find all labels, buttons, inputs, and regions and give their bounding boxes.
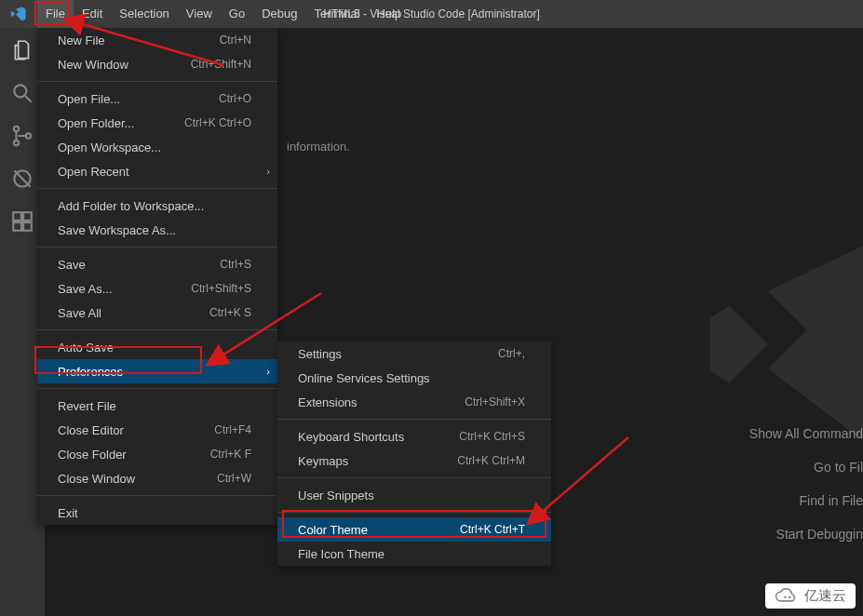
mi-close-editor[interactable]: Close EditorCtrl+F4 xyxy=(37,418,277,442)
mi-open-workspace[interactable]: Open Workspace... xyxy=(37,135,277,159)
shortcut-row: Start Debuggin xyxy=(749,517,863,551)
mi-new-window[interactable]: New WindowCtrl+Shift+N xyxy=(37,52,277,76)
extensions-icon[interactable] xyxy=(9,208,35,234)
mi-revert-file[interactable]: Revert File xyxy=(37,394,277,418)
brand-text: 亿速云 xyxy=(804,587,846,605)
shortcut-row: Go to Fil xyxy=(749,450,863,484)
shortcut-row: Find in File xyxy=(749,484,863,517)
svg-rect-8 xyxy=(23,222,32,231)
menu-view[interactable]: View xyxy=(178,0,221,28)
mi-online-services[interactable]: Online Services Settings xyxy=(277,366,551,390)
mi-user-snippets[interactable]: User Snippets xyxy=(277,483,551,507)
mi-color-theme[interactable]: Color ThemeCtrl+K Ctrl+T xyxy=(277,517,551,542)
mi-close-folder[interactable]: Close FolderCtrl+K F xyxy=(37,442,277,466)
mi-preferences[interactable]: Preferences› xyxy=(37,359,277,383)
preferences-menu-panel: SettingsCtrl+, Online Services Settings … xyxy=(277,341,551,566)
mi-close-window[interactable]: Close WindowCtrl+W xyxy=(37,466,277,490)
svg-point-3 xyxy=(26,133,31,138)
source-control-icon[interactable] xyxy=(9,123,35,149)
mi-settings[interactable]: SettingsCtrl+, xyxy=(277,341,551,366)
title-bar: File Edit Selection View Go Debug Termin… xyxy=(0,0,863,28)
mi-new-file[interactable]: New FileCtrl+N xyxy=(37,28,277,52)
window-title: HTML5 - Visual Studio Code [Administrato… xyxy=(323,7,540,20)
menu-debug[interactable]: Debug xyxy=(253,0,305,28)
menu-file[interactable]: File xyxy=(37,0,74,28)
info-text: information. xyxy=(287,140,350,154)
menu-go[interactable]: Go xyxy=(221,0,253,28)
chevron-right-icon: › xyxy=(266,166,270,177)
mi-open-recent[interactable]: Open Recent› xyxy=(37,159,277,183)
svg-point-13 xyxy=(789,596,790,597)
svg-rect-5 xyxy=(13,212,21,221)
mi-file-icon-theme[interactable]: File Icon Theme xyxy=(277,542,551,566)
mi-open-file[interactable]: Open File...Ctrl+O xyxy=(37,87,277,111)
svg-point-12 xyxy=(784,596,786,597)
cloud-icon xyxy=(775,588,799,605)
svg-point-1 xyxy=(14,127,19,131)
files-icon[interactable] xyxy=(9,37,35,63)
mi-save-workspace-as[interactable]: Save Workspace As... xyxy=(37,218,277,242)
mi-extensions[interactable]: ExtensionsCtrl+Shift+X xyxy=(277,390,551,414)
chevron-right-icon: › xyxy=(266,366,270,377)
welcome-shortcuts: Show All Command Go to Fil Find in File … xyxy=(749,417,863,551)
mi-save-all[interactable]: Save AllCtrl+K S xyxy=(37,301,277,325)
debug-alt-icon[interactable] xyxy=(9,166,35,192)
file-menu-panel: New FileCtrl+N New WindowCtrl+Shift+N Op… xyxy=(37,28,277,525)
mi-keyboard-shortcuts[interactable]: Keyboard ShortcutsCtrl+K Ctrl+S xyxy=(277,424,551,449)
svg-rect-6 xyxy=(23,212,32,221)
mi-keymaps[interactable]: KeymapsCtrl+K Ctrl+M xyxy=(277,449,551,473)
mi-add-folder[interactable]: Add Folder to Workspace... xyxy=(37,194,277,218)
mi-open-folder[interactable]: Open Folder...Ctrl+K Ctrl+O xyxy=(37,111,277,135)
vscode-logo-icon xyxy=(0,6,37,22)
svg-rect-7 xyxy=(13,222,21,231)
svg-point-2 xyxy=(14,141,19,145)
menu-edit[interactable]: Edit xyxy=(74,0,111,28)
mi-save[interactable]: SaveCtrl+S xyxy=(37,252,277,276)
mi-save-as[interactable]: Save As...Ctrl+Shift+S xyxy=(37,276,277,301)
svg-point-0 xyxy=(14,85,26,97)
mi-exit[interactable]: Exit xyxy=(37,501,277,525)
brand-watermark: 亿速云 xyxy=(765,583,856,609)
search-icon[interactable] xyxy=(9,80,35,106)
shortcut-row: Show All Command xyxy=(749,417,863,450)
menu-selection[interactable]: Selection xyxy=(111,0,177,28)
mi-auto-save[interactable]: Auto Save xyxy=(37,335,277,359)
